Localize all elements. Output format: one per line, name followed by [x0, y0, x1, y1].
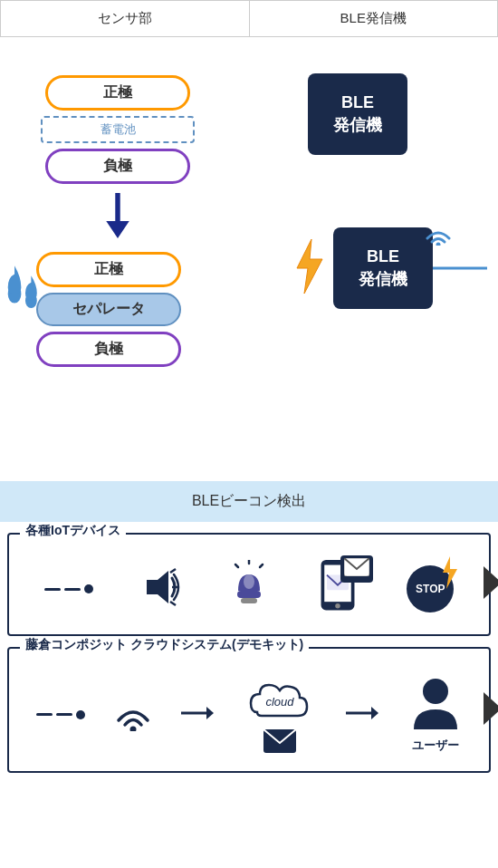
iot-section-label: 各種IoTデバイス	[20, 523, 126, 539]
mail-bubble	[340, 555, 373, 583]
dash2	[64, 588, 81, 591]
iot-section: 各種IoTデバイス	[7, 533, 491, 636]
svg-marker-6	[147, 571, 168, 603]
phone-with-message	[315, 560, 360, 618]
header-row: センサ部 BLE発信機	[0, 0, 498, 37]
speaker-icon	[139, 565, 183, 612]
arrow-right-1	[181, 705, 214, 725]
svg-point-15	[244, 574, 254, 589]
dash3	[36, 713, 53, 716]
svg-point-23	[129, 726, 136, 731]
cloud-input-arrow	[484, 692, 498, 728]
cloud-section: 藤倉コンポジット クラウドシステム(デモキット)	[7, 647, 491, 773]
sensor-col: 正極 蓄電池 負極 正極	[9, 55, 226, 463]
svg-marker-25	[206, 707, 214, 719]
arrow-right-2	[346, 705, 378, 725]
svg-rect-14	[241, 598, 257, 603]
separator-pill: セパレータ	[36, 293, 181, 326]
user-icon-wrapper: ユーザー	[408, 675, 463, 754]
water-drops-icon	[5, 259, 45, 313]
top-cell-group: 正極 蓄電池 負極	[41, 73, 195, 186]
dot1	[84, 584, 93, 593]
iot-input-arrow	[484, 566, 498, 603]
lightning-icon	[290, 239, 326, 297]
ble-col: BLE 発信機 BLE 発信機	[226, 55, 489, 463]
svg-rect-13	[237, 591, 261, 598]
dashed-line-iot	[44, 584, 93, 593]
stop-button-wrapper: STOP	[407, 565, 454, 612]
positive-bottom-pill: 正極	[36, 252, 181, 287]
svg-line-12	[260, 564, 263, 567]
svg-point-30	[423, 679, 448, 704]
cloud-icon-wrapper: cloud	[244, 674, 316, 755]
dashed-line-cloud	[36, 710, 85, 719]
user-label: ユーザー	[408, 738, 463, 754]
dash1	[44, 588, 61, 591]
svg-line-9	[170, 602, 176, 605]
svg-marker-31	[484, 692, 498, 725]
wifi-transmit-icon	[115, 695, 151, 735]
svg-line-7	[170, 569, 176, 573]
user-icon	[408, 675, 463, 742]
mail-below-cloud	[244, 729, 316, 755]
negative-bottom-pill: 負極	[36, 332, 181, 367]
svg-marker-1	[106, 221, 129, 238]
svg-point-5	[436, 243, 441, 246]
battery-box: 蓄電池	[41, 116, 195, 143]
spark-icon	[437, 556, 463, 593]
negative-top-pill: 負極	[45, 149, 190, 184]
dash4	[56, 713, 72, 716]
svg-marker-21	[443, 556, 457, 589]
ble-line-right	[433, 267, 487, 270]
ble-box-bottom-wrapper: BLE 発信機	[333, 227, 433, 309]
arrow-down	[100, 193, 136, 238]
iot-content: STOP	[16, 542, 482, 627]
signal-icon	[424, 220, 453, 249]
bottom-cell-group: 正極 セパレータ 負極	[36, 250, 181, 369]
svg-text:cloud: cloud	[265, 695, 294, 709]
ble-detection-bar: BLEビーコン検出	[0, 481, 498, 522]
cloud-content: cloud	[16, 656, 482, 764]
svg-marker-29	[371, 707, 378, 719]
middle-row: 正極 セパレータ 負極	[9, 250, 226, 369]
cloud-section-label: 藤倉コンポジット クラウドシステム(デモキット)	[20, 637, 309, 653]
positive-top-pill: 正極	[45, 75, 190, 111]
dot2	[76, 710, 85, 719]
ble-box-top: BLE 発信機	[308, 73, 407, 155]
lightning-ble-row: BLE 発信機	[283, 227, 433, 309]
svg-marker-22	[484, 566, 498, 599]
svg-marker-4	[297, 239, 322, 294]
svg-point-18	[335, 603, 340, 609]
header-ble: BLE発信機	[250, 1, 499, 36]
cloud-icon: cloud	[244, 674, 316, 728]
alarm-light-icon	[229, 560, 269, 618]
svg-line-11	[235, 564, 238, 567]
header-sensor: センサ部	[0, 1, 250, 36]
ble-box-bottom: BLE 発信機	[333, 227, 433, 309]
diagram-top: 正極 蓄電池 負極 正極	[0, 37, 498, 472]
